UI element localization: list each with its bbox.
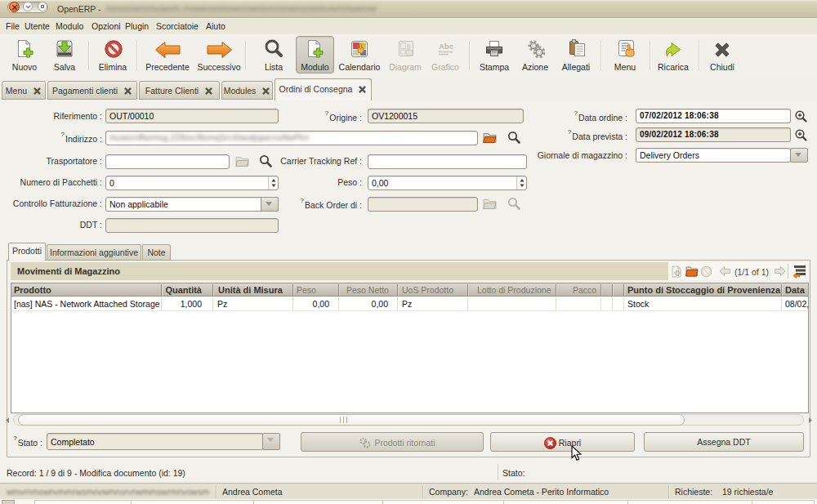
- svg-text:Abc: Abc: [439, 42, 453, 51]
